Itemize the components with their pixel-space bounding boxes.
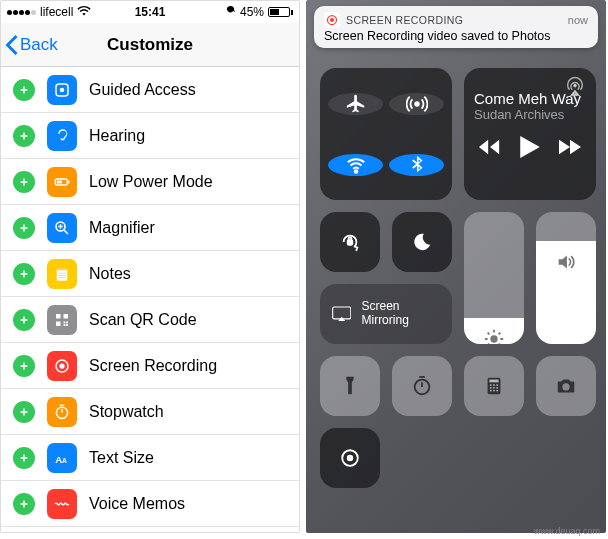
svg-point-36 — [493, 384, 495, 386]
do-not-disturb-button[interactable] — [392, 212, 452, 272]
now-playing-panel[interactable]: Come Meh Way Sudan Archives — [464, 68, 596, 200]
text-size-icon: AA — [47, 443, 77, 473]
svg-point-1 — [60, 87, 65, 92]
brightness-slider[interactable] — [464, 212, 524, 344]
airplane-mode-button[interactable] — [328, 93, 383, 115]
svg-rect-9 — [64, 314, 69, 319]
battery-pct: 45% — [240, 5, 264, 19]
carrier-label: lifecell — [40, 5, 73, 19]
svg-point-38 — [490, 387, 492, 389]
list-item[interactable]: Voice Memos — [1, 481, 299, 527]
svg-rect-11 — [64, 321, 66, 323]
orientation-lock-button[interactable] — [320, 212, 380, 272]
wifi-button[interactable] — [328, 154, 383, 176]
svg-rect-14 — [66, 321, 68, 323]
svg-text:A: A — [55, 453, 62, 464]
list-item[interactable]: Guided Access — [1, 67, 299, 113]
notes-icon — [47, 259, 77, 289]
add-button[interactable] — [13, 401, 35, 423]
next-track-button[interactable] — [559, 136, 581, 162]
screen-mirroring-button[interactable]: Screen Mirroring — [320, 284, 452, 344]
track-artist: Sudan Archives — [474, 107, 564, 122]
flashlight-button[interactable] — [320, 356, 380, 416]
list-item[interactable]: Hearing — [1, 113, 299, 159]
svg-point-35 — [490, 384, 492, 386]
row-label: Screen Recording — [89, 357, 217, 375]
svg-point-37 — [496, 384, 498, 386]
battery-icon — [268, 7, 293, 17]
airplay-icon[interactable] — [564, 76, 586, 102]
svg-point-30 — [490, 335, 497, 342]
wifi-icon — [77, 5, 91, 19]
svg-point-43 — [496, 390, 498, 392]
page-title: Customize — [107, 35, 193, 55]
control-center-screen: SCREEN RECORDING now Screen Recording vi… — [306, 0, 606, 533]
row-label: Scan QR Code — [89, 311, 197, 329]
list-item[interactable]: Notes — [1, 251, 299, 297]
svg-point-40 — [496, 387, 498, 389]
settings-customize-screen: lifecell 15:41 45% Back Custom — [0, 0, 300, 533]
camera-button[interactable] — [536, 356, 596, 416]
row-label: Low Power Mode — [89, 173, 213, 191]
svg-point-32 — [415, 380, 430, 395]
back-button[interactable]: Back — [5, 23, 58, 67]
back-label: Back — [20, 35, 58, 55]
nav-bar: Back Customize — [1, 23, 299, 67]
mirroring-label: Screen Mirroring — [361, 300, 440, 328]
add-button[interactable] — [13, 493, 35, 515]
svg-rect-29 — [348, 240, 353, 245]
list-item[interactable]: Screen Recording — [1, 343, 299, 389]
bluetooth-button[interactable] — [389, 154, 444, 176]
list-item[interactable]: Low Power Mode — [1, 159, 299, 205]
add-button[interactable] — [13, 309, 35, 331]
list-item[interactable]: Scan QR Code — [1, 297, 299, 343]
svg-rect-3 — [68, 180, 70, 183]
connectivity-panel — [320, 68, 452, 200]
add-button[interactable] — [13, 171, 35, 193]
qr-icon — [47, 305, 77, 335]
voice-memos-icon — [47, 489, 77, 519]
row-label: Magnifier — [89, 219, 155, 237]
screen-recording-icon — [324, 12, 340, 28]
svg-point-39 — [493, 387, 495, 389]
guided-access-icon — [47, 75, 77, 105]
list-item[interactable]: Magnifier — [1, 205, 299, 251]
clock: 15:41 — [135, 5, 166, 19]
svg-point-45 — [347, 455, 353, 461]
svg-point-16 — [59, 363, 64, 368]
svg-point-41 — [490, 390, 492, 392]
low-power-icon — [47, 167, 77, 197]
notification-message: Screen Recording video saved to Photos — [324, 29, 588, 43]
list-item[interactable]: AAText Size — [1, 435, 299, 481]
play-button[interactable] — [519, 136, 541, 162]
add-button[interactable] — [13, 447, 35, 469]
add-button[interactable] — [13, 263, 35, 285]
timer-button[interactable] — [392, 356, 452, 416]
svg-rect-10 — [56, 321, 61, 326]
svg-rect-34 — [489, 380, 498, 383]
calculator-button[interactable] — [464, 356, 524, 416]
row-label: Voice Memos — [89, 495, 185, 513]
status-bar: lifecell 15:41 45% — [1, 1, 299, 23]
add-button[interactable] — [13, 217, 35, 239]
svg-rect-8 — [56, 314, 61, 319]
notification-time: now — [568, 14, 588, 26]
cellular-data-button[interactable] — [389, 93, 444, 115]
svg-point-25 — [330, 18, 334, 22]
svg-text:A: A — [62, 456, 67, 463]
screen-recording-icon — [47, 351, 77, 381]
svg-rect-12 — [66, 324, 68, 326]
signal-icon — [7, 10, 36, 15]
svg-rect-4 — [57, 180, 62, 183]
add-button[interactable] — [13, 125, 35, 147]
row-label: Notes — [89, 265, 131, 283]
volume-slider[interactable] — [536, 212, 596, 344]
add-button[interactable] — [13, 355, 35, 377]
notification-banner[interactable]: SCREEN RECORDING now Screen Recording vi… — [314, 6, 598, 48]
list-item[interactable]: Stopwatch — [1, 389, 299, 435]
prev-track-button[interactable] — [479, 136, 501, 162]
add-button[interactable] — [13, 79, 35, 101]
list-item[interactable]: Wallet — [1, 527, 299, 533]
screen-recording-button[interactable] — [320, 428, 380, 488]
row-label: Hearing — [89, 127, 145, 145]
